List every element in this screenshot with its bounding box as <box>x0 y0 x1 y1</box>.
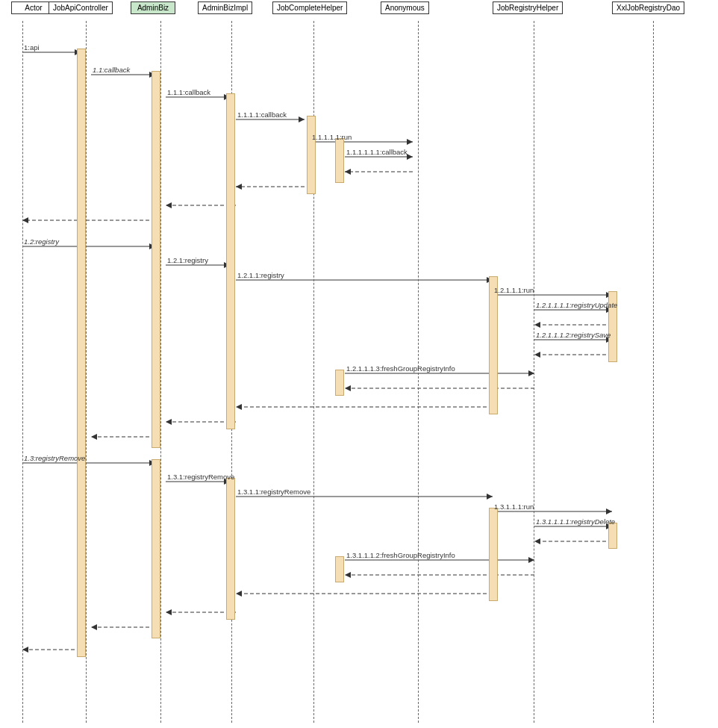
msg-label: 1.2.1.1.1.1:registryUpdate <box>536 301 617 309</box>
activation-adminBiz <box>152 71 160 448</box>
msg-label: 1.1.1.1.1:run <box>312 133 352 141</box>
svg-marker-15 <box>236 184 242 190</box>
sequence-diagram: ActorJobApiControllerAdminBizAdminBizImp… <box>0 0 718 728</box>
svg-marker-61 <box>345 572 351 578</box>
svg-marker-13 <box>345 169 351 175</box>
activation-jobCompleteHelper <box>307 116 316 194</box>
actor-box-adminBiz: AdminBiz <box>131 1 175 14</box>
msg-label: 1.3.1:registryRemove <box>167 473 234 481</box>
lifeline-jobApiController <box>86 21 87 723</box>
msg-label: 1.2.1.1.1:run <box>494 286 534 294</box>
msg-label: 1.1.1:callback <box>167 88 210 96</box>
msg-label: 1.3.1.1.1:run <box>494 503 534 511</box>
actor-box-anonymous: Anonymous <box>381 1 429 14</box>
svg-marker-45 <box>91 434 97 440</box>
msg-label: 1.3.1.1.1.1:registryDelete <box>536 517 615 526</box>
actor-box-xxlJobRegistryDao: XxlJobRegistryDao <box>612 1 684 14</box>
msg-label: 1.3:registryRemove <box>24 454 85 462</box>
svg-marker-43 <box>166 419 172 425</box>
activation-xxlJobRegistryDao2 <box>608 523 617 549</box>
svg-marker-67 <box>91 624 97 630</box>
svg-marker-7 <box>299 116 305 122</box>
svg-marker-41 <box>236 404 242 410</box>
actor-box-jobRegistryHelper: JobRegistryHelper <box>493 1 563 14</box>
msg-label: 1.1.1.1.1.1:callback <box>346 148 408 156</box>
svg-marker-39 <box>345 385 351 391</box>
svg-marker-65 <box>166 609 172 615</box>
activation-jobRegistryHelper2 <box>489 508 498 601</box>
msg-label: 1.1.1.1:callback <box>237 111 287 119</box>
activation-jobApiController <box>77 49 86 657</box>
activation-anonymous2 <box>335 370 344 396</box>
actor-box-jobApiController: JobApiController <box>49 1 113 14</box>
actor-box-jobCompleteHelper: JobCompleteHelper <box>272 1 347 14</box>
svg-marker-19 <box>22 217 28 223</box>
lifeline-adminBiz <box>160 21 161 723</box>
msg-label: 1.2:registry <box>24 237 59 246</box>
svg-marker-17 <box>166 202 172 208</box>
msg-label: 1.2.1:registry <box>167 256 208 264</box>
lifeline-xxlJobRegistryDao <box>653 21 654 723</box>
actor-box-adminBizImpl: AdminBizImpl <box>198 1 252 14</box>
msg-label: 1:api <box>24 43 40 52</box>
svg-marker-69 <box>22 647 28 653</box>
svg-marker-11 <box>407 154 413 160</box>
svg-marker-63 <box>236 591 242 597</box>
svg-marker-53 <box>606 508 612 514</box>
svg-marker-31 <box>534 322 540 328</box>
msg-label: 1.3.1.1:registryRemove <box>237 488 310 496</box>
activation-adminBiz2 <box>152 459 160 638</box>
msg-label: 1.1:callback <box>93 66 130 74</box>
lifeline-jobRegistryHelper <box>534 21 534 723</box>
svg-marker-57 <box>534 538 540 544</box>
msg-label: 1.3.1.1.1.2:freshGroupRegistryInfo <box>346 551 455 559</box>
msg-label: 1.2.1.1.1.2:registrySave <box>536 331 611 339</box>
activation-anonymous3 <box>335 556 344 582</box>
msg-label: 1.2.1.1.1.3:freshGroupRegistryInfo <box>346 364 455 373</box>
svg-marker-9 <box>407 139 413 145</box>
activation-anonymous <box>335 138 344 183</box>
activation-adminBizImpl <box>226 93 235 429</box>
activation-jobRegistryHelper <box>489 276 498 414</box>
activation-adminBizImpl2 <box>226 478 235 620</box>
svg-marker-35 <box>534 352 540 358</box>
msg-label: 1.2.1.1:registry <box>237 271 284 279</box>
lifeline-actor <box>22 21 23 723</box>
svg-marker-51 <box>487 494 493 500</box>
